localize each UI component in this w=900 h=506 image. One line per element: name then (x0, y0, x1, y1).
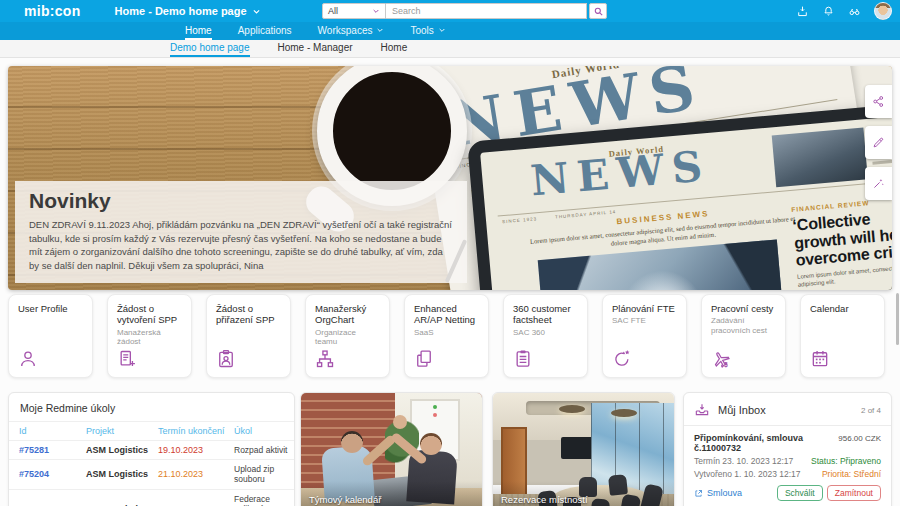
tile-360-customer-factsheet[interactable]: 360 customer factsheet SAC 360 (503, 294, 588, 378)
search-scope-value: All (328, 6, 338, 16)
document-add-icon (117, 349, 137, 369)
chevron-down-icon (372, 7, 380, 15)
table-row[interactable]: #75281 ASM Logistics 19.10.2023 Rozpad a… (9, 440, 294, 459)
woman-head (420, 433, 442, 455)
search-button[interactable] (589, 3, 607, 19)
nav-tab-tools[interactable]: Tools (410, 22, 445, 40)
inbox-header: Můj Inbox 2 of 4 (684, 393, 891, 425)
hero-side-buttons (865, 85, 892, 200)
adjust-button[interactable] (865, 167, 892, 200)
nav-label: Tools (410, 25, 433, 36)
reject-button[interactable]: Zamítnout (827, 485, 881, 501)
hero-banner[interactable]: Daily World NEWS SINCE 1923 THURSDAY APR… (8, 66, 892, 290)
tablet-screen: Daily World NEWS SINCE 1923 THURSDAY APR… (480, 114, 892, 290)
tile-title: Pracovní cesty (711, 303, 776, 314)
search-scope-select[interactable]: All (322, 3, 386, 19)
tile-planovani-fte[interactable]: Plánování FTE SAC FTE (602, 294, 687, 378)
documents-icon (414, 349, 434, 369)
share-button[interactable] (865, 85, 892, 118)
task-id-link[interactable]: #75281 (19, 445, 84, 455)
tablet-headline: ‘Collective growth will help overcome cr… (792, 206, 892, 270)
panel-title: Můj Inbox (718, 404, 853, 416)
search-icon (593, 6, 604, 17)
nav-tab-home[interactable]: Home (185, 22, 212, 40)
tablet-since: SINCE 1923 (502, 216, 537, 224)
chevron-down-icon (252, 7, 261, 16)
context-switcher[interactable]: Home - Demo home page (115, 5, 261, 17)
nav-tab-workspaces[interactable]: Workspaces (318, 22, 385, 40)
calendar-icon (810, 349, 830, 369)
news-overlay: Novinky DEN ZDRAVÍ 9.11.2023 Ahoj, přikl… (15, 181, 467, 283)
nav-label: Workspaces (318, 25, 373, 36)
tile-calendar[interactable]: Calendar (800, 294, 885, 378)
tile-zadost-prirazeni-spp[interactable]: Žádost o přiřazení SPP (206, 294, 291, 378)
inbox-item-title: Připomínkování, smlouva č.11000732 (694, 433, 832, 453)
board-dot (433, 405, 437, 409)
tile-user-profile[interactable]: User Profile (8, 294, 93, 378)
inbox-item[interactable]: Připomínkování, smlouva č.11000732 956.0… (684, 426, 891, 506)
tile-title: Calendar (810, 303, 875, 314)
team-calendar-card[interactable]: Týmový kalendář (300, 392, 483, 506)
contract-link[interactable]: Smlouva (694, 488, 742, 498)
avatar[interactable] (874, 2, 892, 20)
task-id-link[interactable]: #75204 (19, 469, 84, 479)
svg-text:$: $ (724, 361, 728, 369)
tile-manazersky-orgchart[interactable]: Manažerský OrgChart Organizace teamu (305, 294, 390, 378)
inbox-item-created: Vytvořeno 1. 10. 2023 12:17 (694, 469, 801, 479)
search-bar: All (322, 3, 607, 19)
board-dot (433, 413, 437, 417)
task-project: ASM Logistics (86, 445, 156, 455)
task-due-date: 21.10.2023 (158, 469, 232, 479)
tile-enhanced-arap-netting[interactable]: Enhanced AR/AP Netting SaaS (404, 294, 489, 378)
tile-subtitle: SAC 360 (513, 328, 578, 338)
high-five-hands (393, 415, 407, 429)
tile-subtitle: SAC FTE (612, 316, 677, 326)
tile-pracovni-cesty[interactable]: Pracovní cesty Zadávání pracovních cest … (701, 294, 786, 378)
launchpad-page: mib:con Home - Demo home page All Home A… (0, 0, 900, 506)
tab-demo-home-page[interactable]: Demo home page (170, 40, 250, 57)
company-logo[interactable]: mib:con (24, 3, 81, 19)
tile-subtitle: Zadávání pracovních cest (711, 316, 776, 335)
refresh-star-icon (612, 349, 632, 369)
pencil-icon (872, 136, 885, 149)
photo-caption: Týmový kalendář (309, 494, 381, 505)
page-tabs: Demo home page Home - Manager Home (0, 40, 900, 58)
tile-row: User Profile Žádost o vytvoření SPP Mana… (8, 294, 885, 378)
status-badge: Status: Připraveno (811, 456, 881, 466)
tablet-date: THURSDAY APRIL 14 (555, 209, 617, 219)
top-header-bar: mib:con Home - Demo home page All (0, 0, 900, 22)
man-head (341, 431, 363, 453)
tablet-corner-photo (772, 127, 868, 187)
tab-home-manager[interactable]: Home - Manager (278, 40, 353, 57)
chevron-down-icon (376, 26, 384, 34)
table-row[interactable]: #75204 ASM Logistics 21.10.2023 Upload z… (9, 459, 294, 488)
table-row[interactable]: #75262 ASM Logistics 2.11.2023 Federace … (9, 489, 294, 506)
contract-link-label: Smlouva (707, 488, 742, 498)
approve-button[interactable]: Schválit (777, 485, 823, 501)
nav-tab-applications[interactable]: Applications (238, 22, 292, 40)
tablet-right-column: FINANCIAL REVIEW ‘Collective growth will… (791, 195, 892, 289)
column-header-ukol: Úkol (234, 426, 294, 436)
search-input[interactable] (386, 3, 587, 19)
edit-button[interactable] (865, 126, 892, 159)
binoculars-icon[interactable] (848, 5, 861, 18)
inbox-item-amount: 956.00 CZK (838, 434, 881, 443)
inbox-item-term: Termín 23. 10. 2023 12:17 (694, 456, 793, 466)
clipboard-person-icon (216, 349, 236, 369)
tile-title: Žádost o přiřazení SPP (216, 303, 281, 326)
tablet-masthead: NEWS (529, 145, 712, 203)
tab-home[interactable]: Home (381, 40, 408, 57)
external-link-icon (694, 489, 703, 498)
chevron-down-icon (438, 26, 446, 34)
adjust-icon (872, 177, 885, 190)
photo-caption: Rezervace místností (501, 494, 588, 505)
download-icon[interactable] (796, 5, 809, 18)
scrollbar[interactable] (896, 293, 899, 345)
bell-icon[interactable] (822, 5, 835, 18)
news-body: DEN ZDRAVÍ 9.11.2023 Ahoj, přikládám poz… (29, 218, 453, 273)
column-header-id: Id (19, 426, 84, 436)
task-project: ASM Logistics (86, 469, 156, 479)
room-reservation-card[interactable]: Rezervace místností (492, 392, 675, 506)
tile-title: User Profile (18, 303, 83, 314)
tile-zadost-vytvoreni-spp[interactable]: Žádost o vytvoření SPP Manažerská žádost (107, 294, 192, 378)
